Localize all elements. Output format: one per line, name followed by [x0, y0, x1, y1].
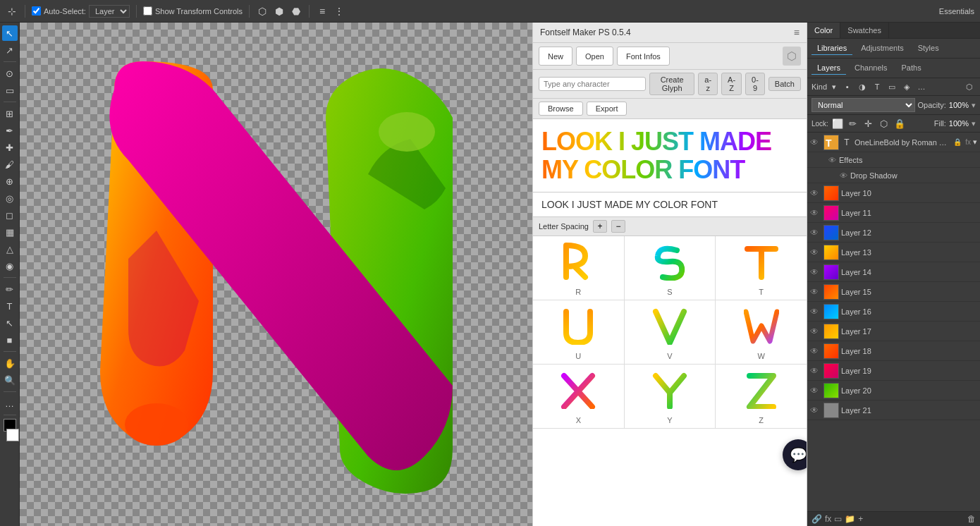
layer-item-20[interactable]: 👁 Layer 20 — [807, 381, 980, 400]
adjustments-tab[interactable]: Adjustments — [855, 42, 909, 55]
blur-tool[interactable]: △ — [2, 241, 18, 257]
layer-eye-20[interactable]: 👁 — [810, 386, 821, 396]
export-button[interactable]: Export — [587, 102, 627, 116]
layer-item-13[interactable]: 👁 Layer 13 — [807, 243, 980, 262]
glyph-cell-S[interactable]: S — [625, 236, 716, 300]
crop-tool[interactable]: ⊞ — [2, 106, 18, 121]
align-icon-3[interactable]: ⬣ — [290, 5, 302, 18]
align-icon-1[interactable]: ⬡ — [256, 5, 269, 18]
glyph-cell-Z[interactable]: Z 💬 — [716, 365, 807, 428]
styles-tab[interactable]: Styles — [912, 42, 945, 55]
paths-tab[interactable]: Paths — [896, 61, 927, 75]
layer-eye-15[interactable]: 👁 — [810, 287, 821, 297]
distribute-icon-1[interactable]: ≡ — [316, 5, 329, 18]
type-tool[interactable]: T — [2, 298, 18, 314]
lock-brush-icon[interactable]: ✏ — [847, 117, 859, 130]
glyph-cell-T[interactable]: T — [716, 236, 807, 300]
chat-button[interactable]: 💬 — [783, 439, 807, 470]
opacity-value[interactable]: 100% — [949, 101, 969, 109]
layer-eye-18[interactable]: 👁 — [810, 346, 821, 356]
glyph-cell-W[interactable]: W — [716, 300, 807, 364]
history-tool[interactable]: ◎ — [2, 190, 18, 206]
dodge-tool[interactable]: ◉ — [2, 258, 18, 274]
layer-item-17[interactable]: 👁 Layer 17 — [807, 322, 980, 341]
drop-shadow-eye[interactable]: 👁 — [840, 171, 847, 180]
layer-eye-21[interactable]: 👁 — [810, 405, 821, 415]
font-infos-button[interactable]: Font Infos — [617, 47, 670, 66]
AZ-button[interactable]: A-Z — [721, 73, 742, 95]
layer-item-14[interactable]: 👁 Layer 14 — [807, 262, 980, 282]
layer-eye-17[interactable]: 👁 — [810, 326, 821, 336]
glyph-cell-R[interactable]: R — [533, 236, 625, 300]
move-tool-icon[interactable]: ⊹ — [6, 5, 18, 18]
glyph-cell-X[interactable]: X — [533, 365, 625, 428]
letter-spacing-decrease[interactable]: − — [611, 220, 625, 233]
layer-item-19[interactable]: 👁 Layer 19 — [807, 361, 980, 381]
layers-tab[interactable]: Layers — [811, 61, 846, 75]
lock-artboard-icon[interactable]: ⬡ — [878, 117, 890, 130]
layer-eye-14[interactable]: 👁 — [810, 267, 821, 277]
layer-item-21[interactable]: 👁 Layer 21 — [807, 400, 980, 420]
glyph-cell-V[interactable]: V — [625, 300, 716, 364]
layer-item-15[interactable]: 👁 Layer 15 — [807, 282, 980, 302]
zoom-tool[interactable]: 🔍 — [2, 372, 18, 388]
layer-eye-13[interactable]: 👁 — [810, 247, 821, 257]
libraries-tab[interactable]: Libraries — [811, 42, 852, 55]
glyph-cell-U[interactable]: U — [533, 300, 625, 364]
browse-button[interactable]: Browse — [539, 102, 583, 116]
filter-adjust-icon[interactable]: ◑ — [856, 80, 869, 93]
filter-type-icon[interactable]: T — [871, 80, 883, 93]
blend-mode-select[interactable]: Normal — [811, 98, 915, 112]
character-input[interactable] — [539, 77, 646, 91]
align-icon-2[interactable]: ⬢ — [273, 5, 286, 18]
glyph-cell-Y[interactable]: Y — [625, 365, 716, 428]
heal-tool[interactable]: ✚ — [2, 140, 18, 155]
selection-tool[interactable]: ↖ — [2, 25, 18, 41]
marquee-tool[interactable]: ▭ — [2, 82, 18, 98]
more-tools[interactable]: … — [2, 396, 18, 411]
color-tab[interactable]: Color — [807, 23, 840, 38]
layer-select[interactable]: Layer — [89, 5, 130, 18]
fill-value[interactable]: 100% — [949, 119, 969, 128]
num-button[interactable]: 0-9 — [745, 73, 765, 95]
swatches-tab[interactable]: Swatches — [840, 23, 889, 38]
direct-selection-tool[interactable]: ↗ — [2, 42, 18, 58]
layer-eye-11[interactable]: 👁 — [810, 208, 821, 218]
lock-all-icon[interactable]: 🔒 — [893, 117, 906, 130]
path-selection[interactable]: ↖ — [2, 315, 18, 331]
filter-more-icon[interactable]: … — [915, 80, 928, 93]
lock-move-icon[interactable]: ✛ — [862, 117, 875, 130]
layer-item-16[interactable]: 👁 Layer 16 — [807, 302, 980, 322]
filter-shape-icon[interactable]: ▭ — [886, 80, 898, 93]
layer-eye-16[interactable]: 👁 — [810, 307, 821, 317]
add-style-icon[interactable]: fx — [825, 514, 831, 524]
link-layers-icon[interactable]: 🔗 — [811, 514, 822, 524]
font-test-field[interactable] — [541, 199, 798, 210]
create-glyph-button[interactable]: Create Glyph — [649, 73, 694, 95]
lasso-tool[interactable]: ⊙ — [2, 66, 18, 81]
eyedropper-tool[interactable]: ✒ — [2, 123, 18, 138]
collapse-btn[interactable]: ⬡ — [783, 47, 801, 66]
filter-toggle[interactable]: ⬡ — [963, 80, 976, 93]
gradient-tool[interactable]: ▦ — [2, 224, 18, 240]
layer-item-10[interactable]: 👁 Layer 10 — [807, 183, 980, 203]
open-button[interactable]: Open — [576, 47, 613, 66]
background-color[interactable] — [6, 429, 19, 441]
new-button[interactable]: New — [539, 47, 572, 66]
batch-button[interactable]: Batch — [768, 77, 801, 91]
effects-eye[interactable]: 👁 — [828, 156, 836, 164]
shape-tool[interactable]: ■ — [2, 332, 18, 348]
layer-item-18[interactable]: 👁 Layer 18 — [807, 341, 980, 361]
layer-item-11[interactable]: 👁 Layer 11 — [807, 203, 980, 223]
layer-expand-icon[interactable]: ▾ — [973, 137, 977, 147]
new-group-icon[interactable]: 📁 — [845, 514, 855, 524]
layer-eye-12[interactable]: 👁 — [810, 228, 821, 238]
channels-tab[interactable]: Channels — [849, 61, 893, 75]
delete-layer-icon[interactable]: 🗑 — [967, 514, 976, 524]
distribute-icon-2[interactable]: ⋮ — [333, 5, 345, 18]
brush-tool[interactable]: 🖌 — [2, 157, 18, 172]
new-layer-icon[interactable]: + — [858, 514, 863, 524]
auto-select-checkbox[interactable]: Auto-Select: Layer — [32, 5, 130, 18]
layer-eye-onelinebold[interactable]: 👁 — [810, 137, 821, 147]
layer-eye-10[interactable]: 👁 — [810, 188, 821, 198]
